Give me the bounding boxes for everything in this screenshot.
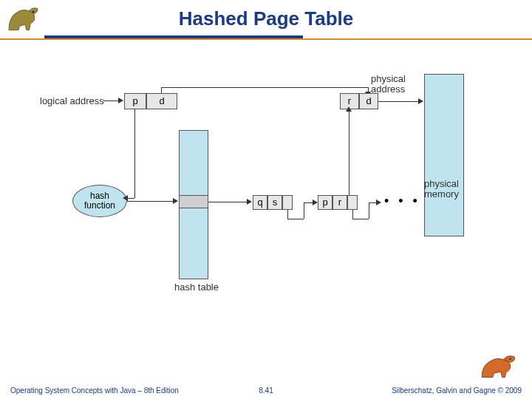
dinosaur-icon-top-left — [4, 3, 46, 35]
chain-node1-key: q — [253, 195, 267, 210]
physical-memory-block — [424, 74, 464, 236]
slide-title: Hashed Page Table — [0, 0, 532, 30]
label-hash-table: hash table — [174, 282, 219, 293]
chain-node2-key: p — [318, 195, 332, 210]
logical-offset-box: d — [146, 93, 177, 109]
hash-function-node: hash function — [72, 185, 127, 217]
physical-offset-box: d — [359, 93, 378, 109]
logical-page-box: p — [124, 93, 146, 109]
slide-footer: Operating System Concepts with Java – 8t… — [0, 380, 532, 395]
slide-header: Hashed Page Table — [0, 0, 532, 41]
footer-page-number: 8.41 — [259, 386, 273, 395]
svg-point-1 — [510, 358, 511, 360]
footer-left: Operating System Concepts with Java – 8t… — [10, 386, 179, 395]
svg-point-0 — [33, 11, 34, 13]
dinosaur-icon-bottom-right — [477, 349, 522, 381]
hashed-page-table-diagram: logical address p d r d physical address… — [30, 74, 502, 318]
chain-ellipsis: • • • — [384, 194, 420, 209]
label-hash-function: hash function — [84, 191, 115, 211]
chain-node2-val: r — [332, 195, 347, 210]
label-physical-memory: physical memory — [424, 179, 476, 200]
chain-node1-val: s — [267, 195, 282, 210]
label-physical-address: physical address — [371, 74, 406, 95]
footer-copyright: Silberschatz, Galvin and Gagne © 2009 — [392, 386, 522, 395]
hash-table-selected-slot — [179, 195, 208, 208]
title-rule — [0, 35, 532, 41]
label-logical-address: logical address — [40, 96, 104, 106]
chain-node2-ptr — [347, 195, 358, 210]
chain-node1-ptr — [282, 195, 293, 210]
